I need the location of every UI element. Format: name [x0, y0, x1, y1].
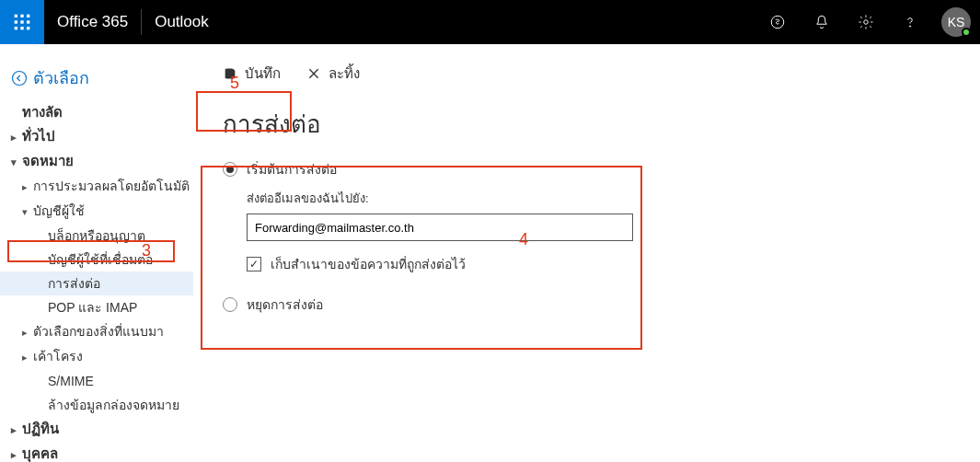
options-sidebar: ตัวเลือก ทางลัด ทั่วไป จดหมาย การประมวลผ…: [0, 44, 193, 462]
sidebar-item-people[interactable]: บุคคล: [0, 442, 193, 462]
app-launcher-button[interactable]: [0, 0, 44, 44]
svg-rect-5: [27, 20, 29, 23]
presence-indicator: [962, 28, 971, 37]
main-panel: บันทึก ละทิ้ง การส่งต่อ เริ่มต้นการส่งต่…: [193, 44, 980, 462]
brand-label[interactable]: Office 365: [44, 13, 141, 31]
svg-rect-0: [15, 15, 17, 17]
stop-forwarding-radio[interactable]: [223, 297, 237, 312]
svg-rect-2: [27, 15, 29, 17]
help-button[interactable]: [888, 0, 932, 44]
start-forwarding-label: เริ่มต้นการส่งต่อ: [247, 159, 337, 179]
toolbar: บันทึก ละทิ้ง: [215, 61, 958, 105]
back-to-options[interactable]: ตัวเลือก: [0, 59, 193, 100]
sidebar-item-connected-accounts[interactable]: บัญชีผู้ใช้ที่เชื่อมต่อ: [0, 248, 193, 271]
app-label[interactable]: Outlook: [142, 13, 222, 31]
svg-rect-7: [20, 27, 23, 29]
notifications-button[interactable]: [800, 0, 844, 44]
discard-label: ละทิ้ง: [329, 63, 360, 85]
save-icon: [223, 66, 237, 81]
app-header: Office 365 Outlook KS: [0, 0, 980, 44]
help-icon: [902, 14, 918, 30]
sidebar-item-calendar[interactable]: ปฏิทิน: [0, 417, 193, 442]
svg-rect-6: [15, 27, 17, 29]
keep-copy-checkbox[interactable]: ✓: [247, 257, 261, 271]
sidebar-item-general[interactable]: ทั่วไป: [0, 124, 193, 149]
sidebar-item-auto-processing[interactable]: การประมวลผลโดยอัตโนมัติ: [0, 174, 193, 199]
page-title: การส่งต่อ: [223, 105, 958, 143]
waffle-icon: [13, 13, 31, 31]
sidebar-item-shortcuts[interactable]: ทางลัด: [0, 100, 193, 124]
bell-icon: [813, 14, 830, 30]
start-forwarding-radio[interactable]: [223, 162, 237, 177]
back-label: ตัวเลือก: [33, 64, 89, 91]
svg-rect-1: [20, 15, 23, 17]
user-avatar[interactable]: KS: [941, 7, 971, 37]
svg-rect-4: [20, 20, 23, 23]
svg-point-10: [864, 20, 869, 25]
discard-button[interactable]: ละทิ้ง: [306, 63, 360, 85]
stop-forwarding-label: หยุดการส่งต่อ: [247, 295, 323, 315]
forwarding-form: เริ่มต้นการส่งต่อ ส่งต่ออีเมลของฉันไปยัง…: [215, 159, 958, 315]
svg-rect-3: [15, 20, 17, 23]
keep-copy-label: เก็บสำเนาของข้อความที่ถูกส่งต่อไว้: [271, 254, 466, 274]
sidebar-item-accounts[interactable]: บัญชีผู้ใช้: [0, 199, 193, 224]
sidebar-item-pop-imap[interactable]: POP และ IMAP: [0, 295, 193, 319]
svg-rect-14: [227, 75, 234, 79]
save-label: บันทึก: [245, 63, 281, 85]
save-button[interactable]: บันทึก: [223, 63, 281, 85]
sidebar-item-junk-cleanup[interactable]: ล้างข้อมูลกล่องจดหมาย: [0, 393, 193, 417]
discard-icon: [306, 66, 321, 81]
skype-button[interactable]: [755, 0, 800, 44]
avatar-initials: KS: [948, 15, 965, 29]
svg-point-9: [771, 16, 784, 29]
svg-rect-13: [227, 69, 232, 72]
sidebar-item-mail[interactable]: จดหมาย: [0, 149, 193, 174]
gear-icon: [858, 14, 874, 30]
back-arrow-icon: [11, 70, 28, 87]
sidebar-item-smime[interactable]: S/MIME: [0, 369, 193, 393]
sidebar-item-layout[interactable]: เค้าโครง: [0, 344, 193, 369]
settings-button[interactable]: [844, 0, 888, 44]
sidebar-item-forwarding[interactable]: การส่งต่อ: [0, 271, 193, 295]
svg-point-12: [13, 71, 27, 85]
forward-to-input[interactable]: [247, 214, 633, 241]
sidebar-item-attachment-options[interactable]: ตัวเลือกของสิ่งที่แนบมา: [0, 319, 193, 344]
svg-point-11: [909, 26, 910, 27]
sidebar-item-block-allow[interactable]: บล็อกหรืออนุญาต: [0, 224, 193, 248]
forward-to-label: ส่งต่ออีเมลของฉันไปยัง:: [247, 189, 958, 208]
svg-rect-8: [27, 27, 29, 29]
skype-icon: [769, 14, 786, 30]
